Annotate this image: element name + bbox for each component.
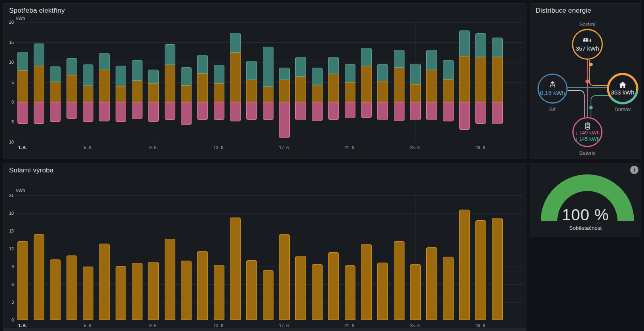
bar-orange-segment[interactable]: [83, 86, 93, 102]
bar-pink-segment[interactable]: [475, 102, 486, 124]
bar-pink-segment[interactable]: [279, 102, 290, 138]
bar-solar-production[interactable]: [426, 247, 437, 320]
bar-solar-production[interactable]: [459, 210, 470, 320]
bar-teal-segment[interactable]: [50, 66, 61, 81]
bar-solar-production[interactable]: [132, 263, 142, 320]
bar-orange-segment[interactable]: [492, 57, 503, 102]
bar-orange-segment[interactable]: [34, 66, 44, 102]
bar-pink-segment[interactable]: [492, 102, 503, 124]
bar-pink-segment[interactable]: [295, 102, 306, 120]
bar-solar-production[interactable]: [410, 264, 421, 320]
bar-teal-segment[interactable]: [66, 58, 77, 75]
info-icon[interactable]: i: [630, 166, 638, 174]
bar-teal-segment[interactable]: [17, 52, 28, 70]
bar-orange-segment[interactable]: [165, 65, 175, 102]
bar-teal-segment[interactable]: [312, 68, 323, 85]
bar-solar-production[interactable]: [263, 270, 274, 320]
bar-pink-segment[interactable]: [246, 102, 257, 120]
bar-teal-segment[interactable]: [443, 60, 454, 79]
bar-teal-segment[interactable]: [132, 60, 142, 80]
bar-teal-segment[interactable]: [148, 70, 159, 83]
bar-teal-segment[interactable]: [246, 61, 257, 79]
bar-pink-segment[interactable]: [148, 102, 159, 122]
bar-teal-segment[interactable]: [83, 64, 93, 85]
bar-pink-segment[interactable]: [410, 102, 421, 120]
bar-teal-segment[interactable]: [377, 64, 388, 81]
bar-orange-segment[interactable]: [263, 87, 274, 102]
bar-pink-segment[interactable]: [50, 102, 61, 122]
bar-solar-production[interactable]: [443, 257, 454, 320]
bar-pink-segment[interactable]: [377, 102, 388, 120]
bar-orange-segment[interactable]: [66, 75, 77, 102]
bar-orange-segment[interactable]: [426, 70, 437, 102]
bar-orange-segment[interactable]: [345, 82, 355, 102]
bar-teal-segment[interactable]: [295, 57, 306, 77]
bar-solar-production[interactable]: [246, 260, 257, 320]
bar-solar-production[interactable]: [17, 241, 28, 320]
bar-solar-production[interactable]: [66, 255, 77, 320]
bar-solar-production[interactable]: [492, 218, 503, 320]
bar-solar-production[interactable]: [99, 244, 110, 320]
bar-solar-production[interactable]: [361, 244, 372, 320]
bar-orange-segment[interactable]: [99, 70, 110, 102]
bar-pink-segment[interactable]: [17, 102, 28, 124]
bar-solar-production[interactable]: [116, 266, 126, 320]
bar-orange-segment[interactable]: [361, 66, 372, 102]
bar-orange-segment[interactable]: [50, 82, 61, 102]
bar-orange-segment[interactable]: [17, 70, 28, 102]
bar-teal-segment[interactable]: [492, 38, 503, 57]
bar-teal-segment[interactable]: [181, 67, 192, 85]
bar-solar-production[interactable]: [377, 263, 388, 320]
bar-pink-segment[interactable]: [197, 102, 208, 120]
bar-solar-production[interactable]: [312, 264, 323, 320]
bar-orange-segment[interactable]: [443, 79, 454, 102]
bar-teal-segment[interactable]: [426, 50, 437, 70]
bar-pink-segment[interactable]: [263, 102, 274, 120]
bar-solar-production[interactable]: [230, 218, 241, 320]
bar-teal-segment[interactable]: [34, 44, 44, 66]
bar-solar-production[interactable]: [214, 265, 224, 320]
bar-orange-segment[interactable]: [312, 85, 323, 102]
bar-pink-segment[interactable]: [312, 102, 323, 121]
bar-orange-segment[interactable]: [475, 57, 486, 102]
bar-teal-segment[interactable]: [214, 65, 224, 83]
bar-pink-segment[interactable]: [99, 102, 110, 121]
bar-solar-production[interactable]: [345, 265, 355, 320]
bar-orange-segment[interactable]: [214, 83, 224, 102]
bar-teal-segment[interactable]: [410, 64, 421, 84]
bar-solar-production[interactable]: [295, 256, 306, 320]
bar-pink-segment[interactable]: [394, 102, 405, 121]
bar-pink-segment[interactable]: [230, 102, 241, 121]
bar-orange-segment[interactable]: [132, 81, 142, 102]
bar-teal-segment[interactable]: [197, 55, 208, 74]
bar-solar-production[interactable]: [34, 234, 44, 320]
bar-orange-segment[interactable]: [181, 85, 192, 102]
bar-teal-segment[interactable]: [475, 33, 486, 57]
bar-teal-segment[interactable]: [279, 68, 290, 79]
bar-orange-segment[interactable]: [459, 56, 470, 102]
bar-orange-segment[interactable]: [328, 74, 339, 102]
bar-solar-production[interactable]: [394, 241, 405, 320]
bar-orange-segment[interactable]: [116, 86, 126, 102]
bar-pink-segment[interactable]: [181, 102, 192, 125]
bar-solar-production[interactable]: [328, 252, 339, 320]
bar-pink-segment[interactable]: [116, 102, 126, 122]
bar-solar-production[interactable]: [83, 267, 93, 320]
bar-pink-segment[interactable]: [66, 102, 77, 119]
bar-orange-segment[interactable]: [410, 84, 421, 102]
bar-orange-segment[interactable]: [295, 77, 306, 102]
bar-solar-production[interactable]: [279, 234, 290, 320]
bar-pink-segment[interactable]: [34, 102, 44, 124]
bar-teal-segment[interactable]: [99, 53, 110, 70]
bar-pink-segment[interactable]: [214, 102, 224, 120]
bar-solar-production[interactable]: [50, 259, 61, 320]
bar-pink-segment[interactable]: [443, 102, 454, 121]
bar-orange-segment[interactable]: [230, 53, 241, 102]
bar-orange-segment[interactable]: [148, 83, 159, 102]
bar-orange-segment[interactable]: [394, 68, 405, 102]
bar-pink-segment[interactable]: [361, 102, 372, 118]
bar-pink-segment[interactable]: [165, 102, 175, 120]
bar-solar-production[interactable]: [181, 261, 192, 320]
bar-teal-segment[interactable]: [165, 44, 175, 65]
bar-teal-segment[interactable]: [328, 57, 339, 74]
